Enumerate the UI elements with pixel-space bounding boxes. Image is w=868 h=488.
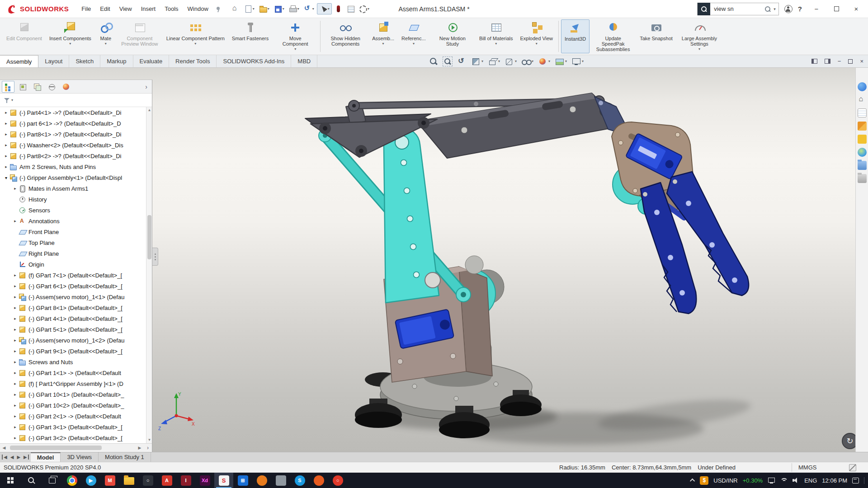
folder-gray-icon[interactable] bbox=[858, 174, 867, 183]
save-button[interactable]: ▾ bbox=[272, 4, 286, 14]
tree-item[interactable]: ▸(-) GPart 9<1> (Default<<Default>_[ bbox=[0, 346, 146, 357]
tree-item[interactable]: ▸(-) Assem(servo motor)_1<2> (Defau bbox=[0, 335, 146, 346]
panel-expand-icon[interactable]: › bbox=[144, 445, 152, 451]
tree-item[interactable]: ▸(-) Waasher<2> (Default<<Default>_Dis bbox=[0, 140, 146, 150]
tree-item[interactable]: ▸(-) GPart 4<1> (Default<<Default>_[ bbox=[0, 313, 146, 324]
scroll-up-icon[interactable]: ▲ bbox=[146, 107, 152, 113]
zoom-area-button[interactable] bbox=[443, 56, 453, 66]
ribbon-show-hidden-components-button[interactable]: Show Hidden Components bbox=[323, 19, 368, 53]
search-input[interactable] bbox=[710, 5, 764, 12]
first-tab-icon[interactable]: ◀ bbox=[2, 455, 7, 460]
menu-pin-icon[interactable] bbox=[216, 6, 221, 12]
tree-item[interactable]: ▸Arm 2 Screws, Nuts and Pins bbox=[0, 161, 146, 172]
taskbar-mail-red[interactable]: M bbox=[100, 473, 119, 488]
tree-horizontal-scrollbar[interactable]: ◀ ▶ › bbox=[0, 443, 152, 451]
tree-expand-arrow[interactable]: ▸ bbox=[12, 349, 19, 353]
tree-expand-arrow[interactable]: ▸ bbox=[12, 360, 19, 364]
tree-expand-arrow[interactable]: ▸ bbox=[12, 186, 19, 191]
panel-tab-display-manager[interactable] bbox=[60, 81, 72, 93]
taskbar-app-blue-circle[interactable]: S bbox=[290, 473, 309, 488]
tab-mbd[interactable]: MBD bbox=[291, 55, 317, 67]
swatch-yellow-icon[interactable] bbox=[858, 135, 867, 144]
tree-item[interactable]: ▸Screws and Nuts bbox=[0, 357, 146, 367]
doc-minimize-button[interactable]: − bbox=[838, 58, 841, 65]
scroll-right-icon[interactable]: ▶ bbox=[136, 446, 144, 450]
pane-left-icon[interactable] bbox=[811, 59, 817, 64]
tree-item[interactable]: Top Plane bbox=[0, 237, 146, 248]
tree-vertical-scrollbar[interactable]: ▲ ▼ bbox=[146, 107, 152, 443]
task-view-button[interactable] bbox=[42, 473, 62, 488]
taskbar-app-red-a[interactable]: A bbox=[157, 473, 176, 488]
tree-item[interactable]: ▸(-) GPart 2<1> -> (Default<<Default bbox=[0, 411, 146, 422]
taskbar-file-explorer[interactable] bbox=[119, 473, 138, 488]
show-desktop-button[interactable] bbox=[864, 477, 866, 484]
maximize-button[interactable] bbox=[827, 0, 845, 18]
select-button[interactable]: ▾ bbox=[317, 3, 332, 14]
tree-expand-arrow[interactable]: ▸ bbox=[12, 392, 19, 397]
tree-item[interactable]: ▸(-) GPart 3<1> (Default<<Default>_[ bbox=[0, 422, 146, 432]
taskbar-telegram[interactable]: ▶ bbox=[81, 473, 100, 488]
clock[interactable]: 12:06 PM bbox=[822, 477, 847, 484]
tree-expand-arrow[interactable]: ▸ bbox=[3, 143, 9, 147]
scroll-left-icon[interactable]: ◀ bbox=[0, 446, 8, 450]
tree-item[interactable]: Sensors bbox=[0, 205, 146, 216]
menu-view[interactable]: View bbox=[115, 0, 137, 18]
tree-expand-arrow[interactable]: ▸ bbox=[3, 132, 9, 136]
filter-icon[interactable] bbox=[4, 97, 10, 103]
tree-item[interactable]: ▸(f) GPart 7<1> (Default<<Default>_[ bbox=[0, 270, 146, 281]
ribbon-mate-button[interactable]: Mate▾ bbox=[95, 19, 116, 53]
wifi-icon[interactable] bbox=[780, 477, 787, 483]
hscroll-track[interactable] bbox=[8, 444, 136, 451]
tray-overflow-icon[interactable] bbox=[690, 479, 695, 483]
tree-item[interactable]: ▸Annotations bbox=[0, 216, 146, 226]
panel-splitter-handle[interactable] bbox=[152, 248, 158, 266]
capsule-button[interactable] bbox=[333, 4, 344, 14]
tree-item[interactable]: ▸(-) GPart 1<1> -> (Default<<Default bbox=[0, 367, 146, 378]
notification-center-icon[interactable] bbox=[852, 478, 859, 483]
undo-button[interactable]: ▾ bbox=[302, 4, 316, 14]
view-orientation-button[interactable]: ▾ bbox=[487, 56, 500, 66]
ribbon-large-assembly-settings-button[interactable]: Large Assembly Settings▾ bbox=[677, 19, 722, 53]
tab-markup[interactable]: Markup bbox=[100, 55, 133, 67]
menu-insert[interactable]: Insert bbox=[137, 0, 160, 18]
options-button[interactable]: ▾ bbox=[357, 4, 371, 14]
apply-scene-button[interactable]: ▾ bbox=[554, 56, 567, 66]
last-tab-icon[interactable]: ▶ bbox=[24, 455, 29, 460]
language-indicator[interactable]: ENG bbox=[804, 477, 817, 484]
ribbon-assemb-button[interactable]: Assemb...▾ bbox=[369, 19, 397, 53]
volume-icon[interactable] bbox=[792, 477, 799, 483]
ribbon-component-preview-window-button[interactable]: Component Preview Window bbox=[117, 19, 162, 53]
robot-gripper[interactable] bbox=[594, 97, 749, 314]
tree-expand-arrow[interactable]: ▸ bbox=[3, 164, 9, 169]
zoom-fit-button[interactable] bbox=[429, 56, 439, 66]
sheet-button[interactable] bbox=[345, 4, 356, 14]
panel-flyout-icon[interactable]: › bbox=[142, 83, 150, 90]
help-icon[interactable]: ? bbox=[798, 5, 802, 13]
ribbon-take-snapshot-button[interactable]: Take Snapshot bbox=[637, 19, 676, 53]
tree-item[interactable]: Origin bbox=[0, 259, 146, 270]
close-button[interactable]: × bbox=[847, 0, 865, 18]
tree-expand-arrow[interactable]: ▸ bbox=[12, 327, 19, 332]
taskbar-app-red-circle[interactable]: ○ bbox=[328, 473, 347, 488]
tree-item[interactable]: ▸(-) GPart 5<1> (Default<<Default>_[ bbox=[0, 324, 146, 335]
tree-expand-arrow[interactable]: ▸ bbox=[12, 305, 19, 310]
taskbar-app-orange-circle[interactable] bbox=[309, 473, 328, 488]
tree-item[interactable]: ▸(f) [ Part1^Gripper Assembly ]<1> (D bbox=[0, 378, 146, 389]
document-icon[interactable] bbox=[858, 108, 867, 117]
taskbar-search-button[interactable] bbox=[21, 473, 42, 488]
taskbar-adobe-xd[interactable]: Xd bbox=[195, 473, 214, 488]
tree-expand-arrow[interactable]: ▸ bbox=[12, 316, 19, 321]
start-button[interactable] bbox=[0, 473, 21, 488]
folder-blue-icon[interactable] bbox=[858, 161, 867, 170]
tree-expand-arrow[interactable]: ▸ bbox=[12, 338, 19, 343]
home-button[interactable] bbox=[230, 4, 241, 14]
ribbon-edit-component-button[interactable]: Edit Component bbox=[3, 19, 45, 53]
edit-appearance-button[interactable]: ▾ bbox=[538, 56, 550, 66]
globe-icon[interactable] bbox=[858, 148, 867, 157]
tree-expand-arrow[interactable]: ▸ bbox=[12, 219, 19, 223]
taskbar-solidworks[interactable]: S bbox=[214, 473, 233, 488]
tab-sketch[interactable]: Sketch bbox=[69, 55, 100, 67]
tree-expand-arrow[interactable]: ▸ bbox=[12, 436, 19, 440]
panel-tab-configuration-manager[interactable] bbox=[31, 81, 43, 93]
display-style-button[interactable]: ▾ bbox=[504, 56, 517, 66]
